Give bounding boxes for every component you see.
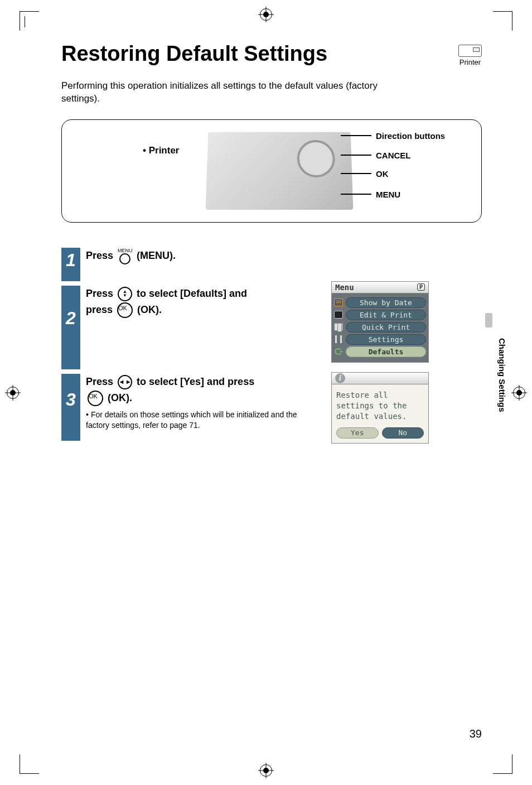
ok-button-icon: OK [117,302,133,318]
menu-button-icon: MENU [118,248,132,264]
step-3: 3 Press to select [Yes] and press OK (OK… [61,374,482,441]
crop-mark-tl [20,11,39,31]
page-title: Restoring Default Settings [61,42,482,66]
step-3-number: 3 [61,374,80,441]
registration-mark-bottom [260,764,272,777]
defaults-icon [334,348,343,355]
calendar-icon [334,298,343,306]
step-3-text: Press to select [Yes] and press OK (OK). [86,374,303,406]
step-1: 1 Press MENU (MENU). [61,248,482,281]
step-2-text: Press to select [Defaults] and press OK … [86,286,303,318]
ok-button-icon: OK [88,391,103,406]
printer-icon [458,45,482,57]
menu-screen-title: Menu [335,283,354,292]
menu-screen-p-icon: P [417,283,425,291]
quick-print-icon [334,323,343,331]
menu-item-show-by-date: Show by Date [334,297,426,308]
intro-paragraph: Performing this operation initializes al… [61,80,396,105]
registration-mark-right [513,387,525,399]
settings-icon [334,335,343,343]
section-tab: Changing Settings [496,332,507,418]
menu-item-defaults: Defaults [334,346,426,357]
registration-mark-left [7,387,19,399]
printer-badge: Printer [458,45,482,66]
callout-direction-buttons: Direction buttons [341,131,445,141]
menu-screen: Menu P Show by Date Edit & Print Quick P… [331,281,429,363]
menu-screen-titlebar: Menu P [331,281,429,293]
menu-item-edit-print: Edit & Print [334,310,426,320]
callout-ok: OK [341,169,389,179]
menu-item-settings: Settings [334,334,426,345]
printer-device-illustration [206,132,354,210]
page-content: Restoring Default Settings Printer Perfo… [61,42,482,740]
crop-mark-tr [493,11,512,31]
step-1-text: Press MENU (MENU). [86,248,303,264]
callout-cancel: CANCEL [341,151,411,160]
step-2: 2 Press to select [Defaults] and press O… [61,286,482,369]
step-3-note: •For details on those settings which wil… [86,410,309,431]
diagram-printer-label: • Printer [143,145,179,156]
step-1-number: 1 [61,248,80,281]
page-number: 39 [470,728,482,740]
step-2-number: 2 [61,286,80,369]
menu-screen-items: Show by Date Edit & Print Quick Print Se… [331,293,429,363]
steps-container: 1 Press MENU (MENU). 2 Press [61,248,482,441]
device-diagram: • Printer Direction buttons CANCEL OK ME… [61,119,482,223]
crop-mark-bl [20,754,39,774]
registration-mark-top [260,8,272,21]
crop-mark-br [493,754,512,774]
section-tab-marker [485,313,492,328]
callout-menu: MENU [341,190,400,199]
printer-badge-label: Printer [458,58,482,66]
up-down-icon [118,287,132,301]
left-right-icon [118,375,132,389]
menu-item-quick-print: Quick Print [334,322,426,333]
picture-icon [334,311,343,319]
